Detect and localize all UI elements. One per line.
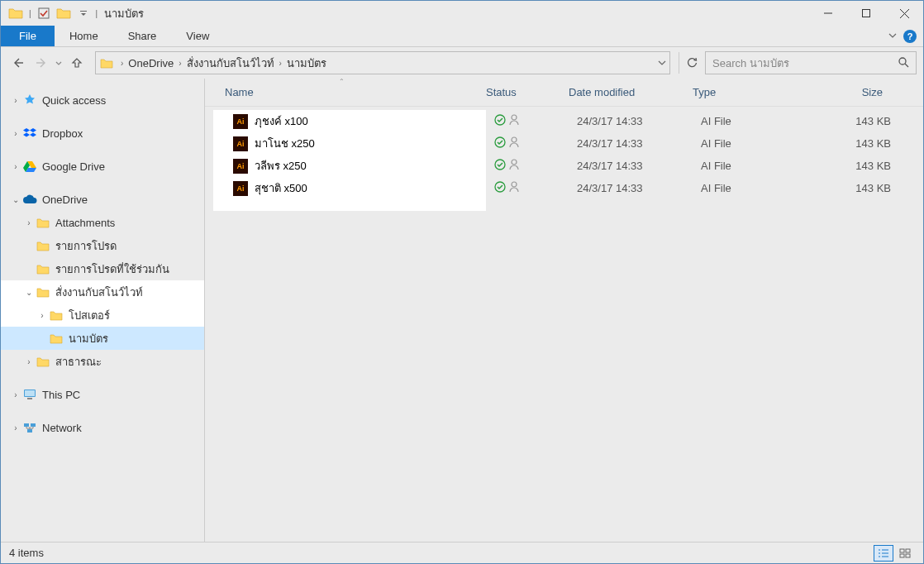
sidebar-item-label: สั่งงานกับสโนว์ไวท์ <box>55 284 143 301</box>
titlebar: | | นามบัตร <box>1 1 923 26</box>
sidebar-quick-access[interactable]: › Quick access <box>1 88 204 112</box>
breadcrumb[interactable]: OneDrive <box>125 57 177 69</box>
ai-file-icon: Ai <box>233 136 248 151</box>
svg-rect-14 <box>31 423 36 427</box>
chevron-down-icon[interactable]: ⌄ <box>22 288 36 297</box>
up-button[interactable] <box>67 53 87 73</box>
file-size: 143 KB <box>817 160 899 172</box>
details-view-button[interactable] <box>874 545 893 562</box>
google-drive-icon <box>22 159 37 174</box>
svg-rect-37 <box>906 554 910 557</box>
synced-icon <box>494 114 506 128</box>
sidebar-item-label: Google Drive <box>42 160 105 173</box>
svg-line-9 <box>905 64 908 67</box>
chevron-right-icon[interactable]: › <box>278 59 283 68</box>
sidebar-item[interactable]: › โปสเตอร์ <box>1 304 204 327</box>
folder-icon <box>36 284 50 299</box>
folder-icon <box>36 215 50 230</box>
breadcrumb[interactable]: สั่งงานกับสโนว์ไวท์ <box>183 55 278 72</box>
file-modified: 24/3/17 14:33 <box>569 115 693 127</box>
file-type: AI File <box>693 182 817 194</box>
qat-dropdown-icon[interactable] <box>74 4 93 22</box>
search-icon[interactable] <box>898 56 909 70</box>
chevron-right-icon[interactable]: › <box>119 59 125 68</box>
sidebar-item[interactable]: รายการโปรดที่ใช้ร่วมกัน <box>1 257 204 280</box>
file-row[interactable]: Aiวลีพร x25024/3/17 14:33AI File143 KB <box>213 155 915 177</box>
chevron-right-icon[interactable]: › <box>9 423 22 433</box>
column-header-name[interactable]: ⌃ Name <box>205 79 478 106</box>
chevron-down-icon[interactable]: ⌄ <box>9 195 22 204</box>
chevron-right-icon[interactable]: › <box>9 162 22 171</box>
tab-view[interactable]: View <box>171 26 224 46</box>
file-tab[interactable]: File <box>1 26 55 46</box>
chevron-right-icon[interactable]: › <box>22 218 36 227</box>
file-name: ภุชงค์ x100 <box>255 112 308 130</box>
status-bar: 4 items <box>1 542 923 563</box>
column-header-status[interactable]: Status <box>478 79 560 106</box>
qat-separator: | <box>27 9 33 18</box>
sidebar-item[interactable]: › สาธารณะ <box>1 350 204 373</box>
file-size: 143 KB <box>817 182 899 194</box>
address-dropdown-icon[interactable] <box>658 59 666 67</box>
svg-rect-34 <box>900 549 904 552</box>
file-list: Aiภุชงค์ x10024/3/17 14:33AI File143 KBA… <box>205 107 923 542</box>
tab-share[interactable]: Share <box>113 26 172 46</box>
chevron-right-icon[interactable]: › <box>9 96 22 105</box>
breadcrumb[interactable]: นามบัตร <box>283 55 330 72</box>
sidebar-item[interactable]: ⌄ สั่งงานกับสโนว์ไวท์ <box>1 280 204 304</box>
svg-point-25 <box>512 160 517 165</box>
chevron-right-icon[interactable]: › <box>9 129 22 138</box>
file-name: วลีพร x250 <box>255 157 307 174</box>
column-header-modified[interactable]: Date modified <box>560 79 684 106</box>
file-name: มาโนช x250 <box>255 135 315 152</box>
sidebar-item-label: OneDrive <box>42 194 88 206</box>
close-button[interactable] <box>885 1 923 26</box>
dropbox-icon <box>22 126 37 141</box>
column-header-size[interactable]: Size <box>808 79 891 106</box>
file-row[interactable]: Aiสุชาติ x50024/3/17 14:33AI File143 KB <box>213 177 915 199</box>
chevron-right-icon[interactable]: › <box>9 390 22 399</box>
search-input[interactable]: Search นามบัตร <box>705 51 917 74</box>
address-bar[interactable]: › OneDrive › สั่งงานกับสโนว์ไวท์ › นามบั… <box>95 51 670 74</box>
folder-icon <box>49 331 64 346</box>
chevron-right-icon[interactable]: › <box>36 311 49 320</box>
navigation-bar: › OneDrive › สั่งงานกับสโนว์ไวท์ › นามบั… <box>1 47 923 79</box>
ai-file-icon: Ai <box>233 114 248 129</box>
sidebar-dropbox[interactable]: › Dropbox <box>1 122 204 145</box>
thumbnails-view-button[interactable] <box>895 545 915 562</box>
sidebar-item-current[interactable]: นามบัตร <box>1 327 204 350</box>
sidebar-onedrive[interactable]: ⌄ OneDrive <box>1 188 204 211</box>
tab-home[interactable]: Home <box>55 26 113 46</box>
history-dropdown-icon[interactable] <box>55 57 62 69</box>
back-button[interactable] <box>6 51 29 74</box>
sidebar-item[interactable]: › Attachments <box>1 211 204 234</box>
chevron-right-icon[interactable]: › <box>177 59 183 68</box>
refresh-button[interactable] <box>679 52 703 74</box>
sidebar-this-pc[interactable]: › This PC <box>1 383 204 406</box>
svg-point-8 <box>899 58 906 65</box>
sidebar-item[interactable]: รายการโปรด <box>1 234 204 257</box>
minimize-button[interactable] <box>809 1 847 26</box>
file-row[interactable]: Aiภุชงค์ x10024/3/17 14:33AI File143 KB <box>213 110 915 132</box>
file-row[interactable]: Aiมาโนช x25024/3/17 14:33AI File143 KB <box>213 132 915 155</box>
shared-icon <box>509 136 519 151</box>
folder-icon <box>49 308 64 323</box>
this-pc-icon <box>22 387 37 402</box>
help-icon[interactable]: ? <box>903 30 917 43</box>
column-header-type[interactable]: Type <box>684 79 808 106</box>
sidebar-network[interactable]: › Network <box>1 416 204 439</box>
sidebar-google-drive[interactable]: › Google Drive <box>1 155 204 178</box>
sidebar-item-label: Dropbox <box>42 127 83 140</box>
ribbon-chevron-icon[interactable] <box>888 30 897 42</box>
folder-icon <box>36 354 50 369</box>
maximize-button[interactable] <box>847 1 885 26</box>
folder-app-icon <box>7 6 24 21</box>
qat-folder-icon[interactable] <box>55 4 73 22</box>
chevron-right-icon[interactable]: › <box>22 357 36 366</box>
qat-checkbox[interactable] <box>35 4 53 22</box>
forward-button[interactable] <box>31 51 54 74</box>
search-placeholder: Search นามบัตร <box>712 55 898 72</box>
svg-rect-35 <box>906 549 910 552</box>
sidebar-item-label: Quick access <box>42 94 106 107</box>
svg-rect-15 <box>27 429 32 433</box>
